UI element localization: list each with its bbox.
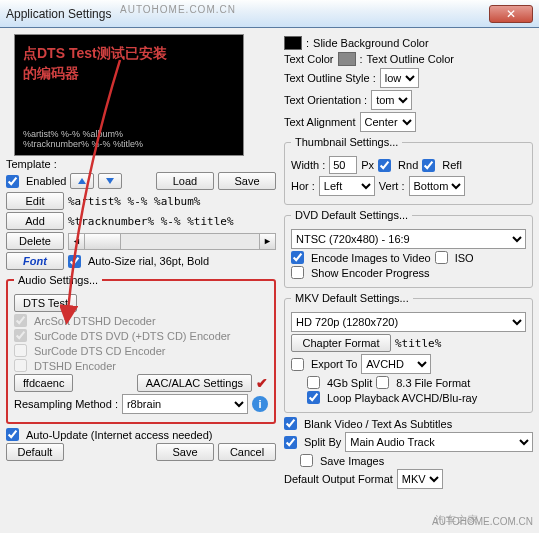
mkv-loop-checkbox[interactable] (307, 391, 320, 404)
save-images-label: Save Images (320, 455, 384, 467)
dvd-group: DVD Default Settings... NTSC (720x480) -… (284, 209, 533, 288)
move-down-button[interactable] (98, 173, 122, 189)
thumb-refl-checkbox[interactable] (422, 159, 435, 172)
thumb-vert-label: Vert : (379, 180, 405, 192)
dts-test-button[interactable]: DTS Test (14, 294, 77, 312)
thumb-width-input[interactable] (329, 156, 357, 174)
watermark-url: AUTOHOME.COM.CN (432, 516, 533, 527)
audio-settings-legend: Audio Settings... (14, 274, 102, 286)
add-button[interactable]: Add (6, 212, 64, 230)
dvd-preset-select[interactable]: NTSC (720x480) - 16:9 (291, 229, 526, 249)
surcode-cd-label: SurCode DTS CD Encoder (34, 345, 165, 357)
surcode-dvd-label: SurCode DTS DVD (+DTS CD) Encoder (34, 330, 231, 342)
template-text-1: %artist% %-% %album% (68, 195, 276, 208)
close-button[interactable]: ✕ (489, 5, 533, 23)
bgcolor-label: : (306, 37, 309, 49)
thumb-rnd-checkbox[interactable] (378, 159, 391, 172)
template-text-2: %tracknumber% %-% %title% (68, 215, 276, 228)
default-output-select[interactable]: MKV (397, 469, 443, 489)
textcolor-label: Text Color (284, 53, 334, 65)
dvd-legend: DVD Default Settings... (291, 209, 412, 221)
slide-preview: 点DTS Test测试已安装 的编码器 %artist% %-% %album%… (14, 34, 244, 156)
mkv-group: MKV Default Settings... HD 720p (1280x72… (284, 292, 533, 413)
enabled-label: Enabled (26, 175, 66, 187)
save-button[interactable]: Save (156, 443, 214, 461)
splitby-label: Split By (304, 436, 341, 448)
ffdcaenc-button[interactable]: ffdcaenc (14, 374, 73, 392)
aac-settings-button[interactable]: AAC/ALAC Settings (137, 374, 252, 392)
splitby-select[interactable]: Main Audio Track (345, 432, 533, 452)
dvd-encode-label: Encode Images to Video (311, 252, 431, 264)
resampling-select[interactable]: r8brain (122, 394, 248, 414)
outlinecolor-swatch[interactable] (338, 52, 356, 66)
default-output-label: Default Output Format (284, 473, 393, 485)
arcsoft-checkbox (14, 314, 27, 327)
thumb-width-label: Width : (291, 159, 325, 171)
preview-annotation-2: 的编码器 (23, 63, 235, 83)
thumb-vert-select[interactable]: Bottom (409, 176, 465, 196)
mkv-split-label: 4Gb Split (327, 377, 372, 389)
cancel-button[interactable]: Cancel (218, 443, 276, 461)
mkv-83-label: 8.3 File Format (396, 377, 470, 389)
delete-button[interactable]: Delete (6, 232, 64, 250)
chapter-format-button[interactable]: Chapter Format (291, 334, 391, 352)
arcsoft-label: ArcSoft DTSHD Decoder (34, 315, 156, 327)
mkv-export-checkbox[interactable] (291, 358, 304, 371)
window-title: Application Settings (6, 7, 489, 21)
bgcolor-swatch[interactable] (284, 36, 302, 50)
audio-settings-group: Audio Settings... DTS Test ArcSoft DTSHD… (6, 274, 276, 424)
mkv-preset-select[interactable]: HD 720p (1280x720) (291, 312, 526, 332)
thumb-refl-label: Refl (442, 159, 462, 171)
move-up-button[interactable] (70, 173, 94, 189)
default-button[interactable]: Default (6, 443, 64, 461)
thumb-px-label: Px (361, 159, 374, 171)
dvd-show-label: Show Encoder Progress (311, 267, 430, 279)
outlinestyle-label: Text Outline Style : (284, 72, 376, 84)
thumbnail-group: Thumbnail Settings... Width : Px Rnd Ref… (284, 136, 533, 205)
alignment-label: Text Alignment (284, 116, 356, 128)
chapter-format-value: %title% (395, 337, 441, 350)
thumb-rnd-label: Rnd (398, 159, 418, 171)
autosize-checkbox[interactable] (68, 255, 81, 268)
edit-button[interactable]: Edit (6, 192, 64, 210)
autoupdate-label: Auto-Update (Internet access needed) (26, 429, 213, 441)
thumbnail-legend: Thumbnail Settings... (291, 136, 402, 148)
surcode-cd-checkbox (14, 344, 27, 357)
surcode-dvd-checkbox (14, 329, 27, 342)
dvd-show-checkbox[interactable] (291, 266, 304, 279)
orientation-label: Text Orientation : (284, 94, 367, 106)
watermark-url-top: AUTOHOME.COM.CN (120, 4, 236, 15)
preview-template-1: %artist% %-% %album% (23, 129, 235, 139)
save-images-checkbox[interactable] (300, 454, 313, 467)
font-button[interactable]: Font (6, 252, 64, 270)
info-icon[interactable]: i (252, 396, 268, 412)
preview-annotation-1: 点DTS Test测试已安装 (23, 43, 235, 63)
alignment-select[interactable]: Center (360, 112, 416, 132)
dtshd-checkbox (14, 359, 27, 372)
blank-video-checkbox[interactable] (284, 417, 297, 430)
mkv-split-checkbox[interactable] (307, 376, 320, 389)
bgcolor-text: Slide Background Color (313, 37, 429, 49)
dtshd-label: DTSHD Encoder (34, 360, 116, 372)
enabled-checkbox[interactable] (6, 175, 19, 188)
load-button[interactable]: Load (156, 172, 214, 190)
thumb-hor-select[interactable]: Left (319, 176, 375, 196)
preview-template-2: %tracknumber% %-% %title% (23, 139, 235, 149)
aac-checkmark-icon: ✔ (256, 375, 268, 391)
mkv-export-select[interactable]: AVCHD (361, 354, 431, 374)
outlinestyle-select[interactable]: low (380, 68, 419, 88)
dvd-iso-checkbox[interactable] (435, 251, 448, 264)
blank-video-label: Blank Video / Text As Subtitles (304, 418, 452, 430)
mkv-83-checkbox[interactable] (376, 376, 389, 389)
dvd-encode-checkbox[interactable] (291, 251, 304, 264)
save-template-button[interactable]: Save (218, 172, 276, 190)
template-label: Template : (6, 158, 57, 170)
autoupdate-checkbox[interactable] (6, 428, 19, 441)
template-scrollbar[interactable]: ◄► (68, 233, 276, 250)
autosize-label: Auto-Size rial, 36pt, Bold (88, 255, 209, 267)
mkv-export-label: Export To (311, 358, 357, 370)
orientation-select[interactable]: tom (371, 90, 412, 110)
splitby-checkbox[interactable] (284, 436, 297, 449)
mkv-loop-label: Loop Playback AVCHD/Blu-ray (327, 392, 477, 404)
thumb-hor-label: Hor : (291, 180, 315, 192)
